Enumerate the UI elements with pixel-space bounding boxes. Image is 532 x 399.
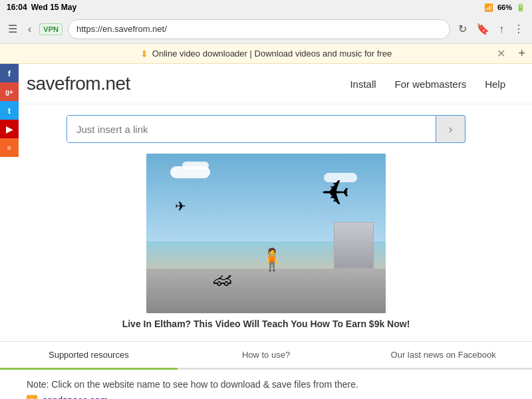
tabs-row: Supported resources How to use? Our last… (0, 342, 532, 370)
banner-close-button[interactable]: ✕ (497, 47, 505, 60)
battery-level: 66% (497, 3, 512, 11)
bookmark-button[interactable]: 🔖 (473, 20, 492, 38)
twitter-social-btn[interactable]: t (0, 101, 19, 120)
notification-banner: ⬇ Online video downloader | Download vid… (0, 44, 532, 64)
sendspace-icon: S (27, 395, 37, 399)
search-input[interactable] (67, 116, 436, 142)
cloud-2 (182, 162, 209, 170)
menu-button[interactable]: ☰ (5, 20, 20, 38)
reload-button[interactable]: ↻ (456, 20, 469, 38)
thumb-ground (146, 269, 386, 313)
nav-install[interactable]: Install (350, 78, 376, 90)
browser-toolbar: ☰ ‹ VPN https://en.savefrom.net/ ↻ 🔖 ↑ ⋮ (0, 15, 532, 44)
youtube-social-btn[interactable]: ▶ (0, 120, 19, 138)
resource-sendspace[interactable]: S sendspace.com (27, 395, 505, 399)
search-button[interactable]: › (436, 115, 466, 143)
tab-supported-resources[interactable]: Supported resources (0, 342, 178, 368)
site-navigation: savefrom.net Install For webmasters Help (0, 64, 532, 104)
site-logo[interactable]: savefrom.net (27, 73, 130, 94)
small-plane: ✈ (175, 198, 186, 214)
googleplus-social-btn[interactable]: g+ (0, 82, 19, 101)
nav-help[interactable]: Help (485, 78, 505, 90)
thumb-building (334, 222, 374, 269)
status-time: 16:04 (7, 3, 27, 12)
battery-icon: 🔋 (516, 3, 525, 12)
plane-image: ✈ (321, 173, 350, 213)
more-button[interactable]: ⋮ (511, 20, 527, 38)
back-button[interactable]: ‹ (25, 21, 34, 38)
search-input-wrapper (66, 115, 436, 143)
page-wrapper: f g+ t ▶ ≡ savefrom.net Install For webm… (0, 64, 532, 399)
tab-how-to-use[interactable]: How to use? (178, 342, 355, 368)
wifi-icon: 📶 (484, 3, 493, 12)
banner-plus-button[interactable]: + (518, 47, 525, 61)
banner-text: Online video downloader | Download video… (152, 49, 392, 59)
video-section: ✈ ✈ 🧍 🏎 Live In Eltham? This Video Will … (0, 154, 532, 336)
download-icon: ⬇ (140, 49, 148, 59)
status-bar: 16:04 Wed 15 May 📶 66% 🔋 (0, 0, 532, 15)
address-text: https://en.savefrom.net/ (76, 24, 167, 34)
facebook-social-btn[interactable]: f (0, 64, 19, 82)
social-sidebar: f g+ t ▶ ≡ (0, 64, 19, 157)
rss-social-btn[interactable]: ≡ (0, 138, 19, 157)
nav-webmasters[interactable]: For webmasters (395, 78, 467, 90)
resource-name: sendspace.com (43, 395, 108, 399)
upload-button[interactable]: ↑ (496, 21, 507, 38)
nav-links: Install For webmasters Help (350, 78, 505, 90)
video-thumbnail[interactable]: ✈ ✈ 🧍 🏎 (146, 154, 386, 313)
tab-content-note: Note: Click on the website name to see h… (27, 379, 505, 390)
thumb-car: 🏎 (213, 269, 232, 291)
status-date: Wed 15 May (31, 3, 76, 12)
thumb-person: 🧍 (259, 247, 285, 272)
tab-facebook-news[interactable]: Our last news on Facebook (354, 342, 532, 368)
tabs-section: Supported resources How to use? Our last… (0, 341, 532, 399)
tab-content-area: Note: Click on the website name to see h… (0, 370, 532, 399)
search-section: › (0, 104, 532, 154)
video-caption: Live In Eltham? This Video Will Teach Yo… (109, 319, 424, 329)
address-bar[interactable]: https://en.savefrom.net/ (68, 19, 450, 39)
vpn-badge[interactable]: VPN (39, 23, 63, 35)
browser-content: savefrom.net Install For webmasters Help… (0, 64, 532, 399)
